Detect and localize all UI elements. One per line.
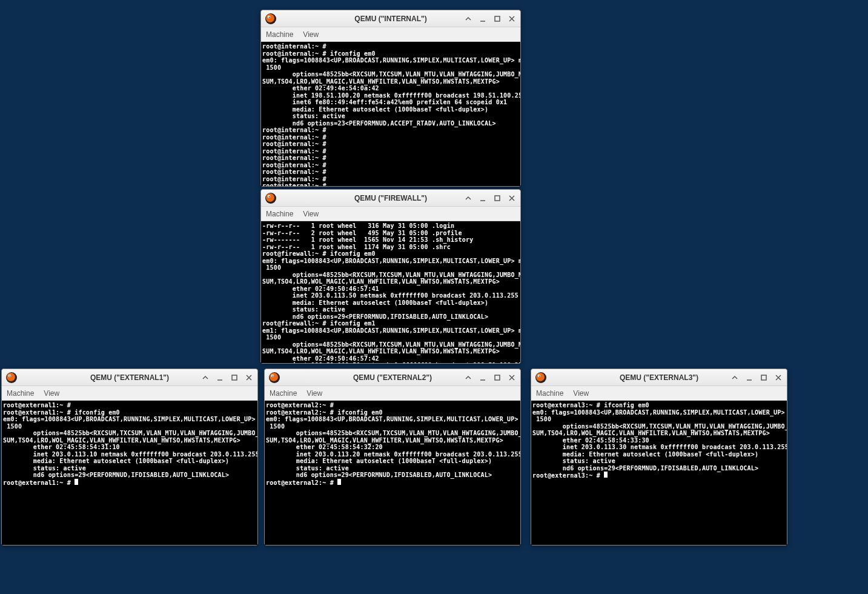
close-button[interactable] [244,373,254,382]
menubar: Machine View [265,386,520,401]
window-title: QEMU ("EXTERNAL1") [90,373,169,382]
rollup-button[interactable] [463,193,473,203]
menubar: Machine View [261,27,520,42]
menubar: Machine View [531,386,787,401]
titlebar[interactable]: QEMU ("FIREWALL") [261,190,520,207]
menu-view[interactable]: View [44,389,59,398]
maximize-button[interactable] [492,14,502,24]
rollup-button[interactable] [200,373,210,382]
terminal-output[interactable]: -rw-r--r-- 1 root wheel 316 May 31 05:00… [261,221,520,363]
close-button[interactable] [507,14,517,24]
terminal-output[interactable]: root@external2:~ # root@external2:~ # if… [265,401,520,545]
menu-machine[interactable]: Machine [536,389,563,398]
close-button[interactable] [507,373,517,382]
svg-point-9 [269,196,270,197]
rollup-button[interactable] [463,14,473,24]
menu-machine[interactable]: Machine [266,30,293,39]
svg-point-7 [266,193,274,202]
svg-point-25 [536,373,545,381]
qemu-icon [265,13,277,25]
rollup-button[interactable] [463,373,473,382]
qemu-window-external3: QEMU ("EXTERNAL3") Machine View root@ext… [531,369,787,546]
window-title: QEMU ("INTERNAL") [354,15,426,23]
minimize-button[interactable] [478,14,488,24]
svg-rect-5 [495,16,500,21]
terminal-text: root@external3:~ # ifconfig em0 em0: fla… [532,402,787,479]
svg-point-27 [539,375,540,376]
minimize-button[interactable] [744,373,754,382]
qemu-window-external1: QEMU ("EXTERNAL1") Machine View root@ext… [1,369,258,546]
svg-rect-17 [232,375,237,380]
menu-machine[interactable]: Machine [266,210,293,218]
svg-point-15 [10,375,11,376]
terminal-text: root@internal:~ # root@internal:~ # ifco… [262,43,520,186]
svg-rect-23 [495,375,500,380]
terminal-output[interactable]: root@internal:~ # root@internal:~ # ifco… [261,42,520,186]
menubar: Machine View [2,386,257,401]
rollup-button[interactable] [730,373,740,382]
svg-rect-29 [761,375,766,380]
titlebar[interactable]: QEMU ("EXTERNAL1") [2,369,257,386]
qemu-window-internal: QEMU ("INTERNAL") Machine View root@inte… [260,10,521,187]
terminal-text: root@external1:~ # root@external1:~ # if… [3,402,257,486]
minimize-button[interactable] [478,193,488,203]
cursor-icon [604,472,608,478]
qemu-icon [268,372,280,384]
qemu-icon [535,372,547,384]
menu-machine[interactable]: Machine [7,389,34,398]
titlebar[interactable]: QEMU ("EXTERNAL2") [265,369,520,386]
maximize-button[interactable] [230,373,239,382]
qemu-window-firewall: QEMU ("FIREWALL") Machine View -rw-r--r-… [260,189,521,364]
menu-machine[interactable]: Machine [270,389,297,398]
maximize-button[interactable] [492,373,502,382]
close-button[interactable] [774,373,783,382]
qemu-icon [265,192,277,204]
cursor-icon [337,479,341,485]
svg-point-13 [7,373,15,381]
svg-point-21 [273,375,274,376]
minimize-button[interactable] [478,373,488,382]
svg-point-1 [266,14,274,22]
window-title: QEMU ("EXTERNAL3") [620,373,698,382]
terminal-output[interactable]: root@external3:~ # ifconfig em0 em0: fla… [531,401,787,545]
terminal-text: -rw-r--r-- 1 root wheel 316 May 31 05:00… [262,222,520,363]
maximize-button[interactable] [759,373,769,382]
terminal-output[interactable]: root@external1:~ # root@external1:~ # if… [2,401,257,545]
qemu-window-external2: QEMU ("EXTERNAL2") Machine View root@ext… [264,369,521,546]
window-title: QEMU ("EXTERNAL2") [353,373,432,382]
titlebar[interactable]: QEMU ("INTERNAL") [261,10,520,27]
menu-view[interactable]: View [303,210,319,218]
maximize-button[interactable] [492,193,502,203]
svg-rect-11 [495,196,500,201]
qemu-icon [5,372,18,384]
close-button[interactable] [507,193,517,203]
titlebar[interactable]: QEMU ("EXTERNAL3") [531,369,787,386]
svg-point-19 [270,373,278,381]
cursor-icon [75,479,78,485]
svg-point-3 [269,16,270,18]
menu-view[interactable]: View [573,389,589,398]
menu-view[interactable]: View [306,389,322,398]
menubar: Machine View [261,207,520,221]
terminal-text: root@external2:~ # root@external2:~ # if… [266,402,520,486]
menu-view[interactable]: View [303,30,319,39]
window-title: QEMU ("FIREWALL") [354,194,427,202]
minimize-button[interactable] [215,373,225,382]
